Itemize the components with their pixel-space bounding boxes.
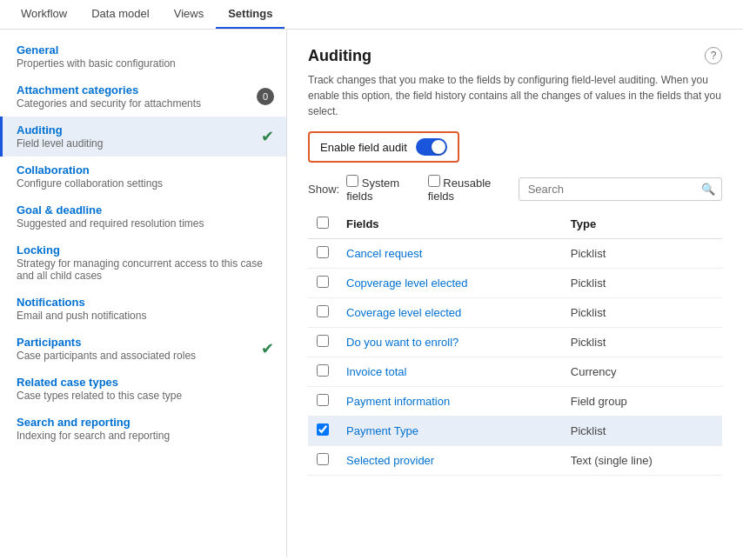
- nav-item-workflow[interactable]: Workflow: [9, 0, 79, 29]
- main-content: Auditing ? Track changes that you make t…: [287, 30, 743, 557]
- sidebar-item-search-reporting[interactable]: Search and reportingIndexing for search …: [0, 409, 286, 449]
- sidebar-item-title-search-reporting: Search and reporting: [17, 416, 272, 429]
- row-checkbox-coverage-level-elected[interactable]: [317, 305, 329, 317]
- fields-table: Fields Type Cancel requestPicklistCopver…: [308, 210, 722, 476]
- sidebar-item-title-locking: Locking: [17, 243, 272, 257]
- sidebar-item-locking[interactable]: LockingStrategy for managing concurrent …: [0, 237, 286, 289]
- row-type-payment-type: Picklist: [562, 417, 722, 446]
- table-row[interactable]: Payment TypePicklist: [308, 417, 722, 446]
- row-checkbox-do-you-want-to-enroll[interactable]: [317, 335, 329, 347]
- row-checkbox-cell-copverage-level-elected: [308, 269, 338, 298]
- table-row[interactable]: Cancel requestPicklist: [308, 239, 722, 269]
- row-type-payment-information: Field group: [562, 387, 722, 417]
- sidebar-item-subtitle-notifications: Email and push notifications: [17, 310, 272, 322]
- row-checkbox-cell-coverage-level-elected: [308, 298, 338, 328]
- select-all-checkbox[interactable]: [317, 217, 329, 229]
- sidebar-item-related-case-types[interactable]: Related case typesCase types related to …: [0, 369, 286, 409]
- row-type-cancel-request: Picklist: [562, 239, 722, 269]
- filter-search-row: Show: System fields Reusable fields 🔍: [308, 175, 722, 203]
- sidebar-item-notifications[interactable]: NotificationsEmail and push notification…: [0, 289, 286, 329]
- sidebar-item-subtitle-locking: Strategy for managing concurrent access …: [17, 257, 272, 282]
- row-checkbox-invoice-total[interactable]: [317, 364, 329, 377]
- sidebar-item-collaboration[interactable]: CollaborationConfigure collaboration set…: [0, 157, 286, 197]
- row-checkbox-cell-cancel-request: [308, 239, 338, 269]
- sidebar-item-goal-deadline[interactable]: Goal & deadlineSuggested and required re…: [0, 197, 286, 237]
- col-header-type: Type: [562, 210, 722, 239]
- sidebar-item-general[interactable]: GeneralProperties with basic configurati…: [0, 37, 286, 77]
- row-checkbox-copverage-level-elected[interactable]: [317, 276, 329, 288]
- row-type-coverage-level-elected: Picklist: [562, 298, 722, 328]
- page-description: Track changes that you make to the field…: [308, 72, 722, 119]
- row-field-payment-type: Payment Type: [338, 417, 562, 446]
- row-field-invoice-total: Invoice total: [338, 357, 562, 387]
- row-checkbox-payment-information[interactable]: [317, 394, 329, 406]
- sidebar-item-participants[interactable]: ParticipantsCase participants and associ…: [0, 329, 286, 369]
- enable-audit-toggle[interactable]: [416, 138, 447, 156]
- sidebar-item-subtitle-attachment-categories: Categories and security for attachments: [17, 97, 272, 110]
- reusable-fields-checkbox-label[interactable]: Reusable fields: [428, 175, 512, 203]
- row-checkbox-cancel-request[interactable]: [317, 246, 329, 258]
- search-container: 🔍: [519, 177, 722, 201]
- sidebar-badge-attachment-categories: 0: [257, 88, 274, 105]
- sidebar-check-auditing: ✔: [261, 127, 274, 146]
- show-label: Show:: [308, 183, 339, 196]
- sidebar-item-subtitle-auditing: Field level auditing: [17, 137, 272, 150]
- sidebar-item-title-auditing: Auditing: [17, 123, 272, 137]
- sidebar-item-subtitle-general: Properties with basic configuration: [17, 57, 272, 70]
- system-fields-checkbox[interactable]: [346, 175, 358, 187]
- row-type-do-you-want-to-enroll: Picklist: [562, 328, 722, 357]
- col-header-checkbox: [308, 210, 338, 239]
- sidebar-item-title-collaboration: Collaboration: [17, 163, 272, 177]
- row-type-selected-provider: Text (single line): [562, 446, 722, 476]
- sidebar-item-title-attachment-categories: Attachment categories: [17, 83, 272, 97]
- top-nav: WorkflowData modelViewsSettings: [0, 0, 743, 30]
- system-fields-checkbox-label[interactable]: System fields: [346, 175, 421, 203]
- sidebar-item-title-goal-deadline: Goal & deadline: [17, 203, 272, 217]
- main-header: Auditing ?: [308, 47, 722, 65]
- sidebar-item-title-related-case-types: Related case types: [17, 376, 272, 389]
- sidebar-item-subtitle-goal-deadline: Suggested and required resolution times: [17, 217, 272, 230]
- row-type-copverage-level-elected: Picklist: [562, 269, 722, 298]
- table-row[interactable]: Selected providerText (single line): [308, 446, 722, 476]
- row-checkbox-selected-provider[interactable]: [317, 453, 329, 465]
- nav-item-views[interactable]: Views: [162, 0, 216, 29]
- search-input[interactable]: [519, 177, 722, 201]
- sidebar-item-attachment-categories[interactable]: Attachment categoriesCategories and secu…: [0, 77, 286, 117]
- row-field-cancel-request: Cancel request: [338, 239, 562, 269]
- sidebar: GeneralProperties with basic configurati…: [0, 30, 287, 557]
- row-checkbox-cell-invoice-total: [308, 357, 338, 387]
- sidebar-item-title-notifications: Notifications: [17, 296, 272, 309]
- row-checkbox-cell-do-you-want-to-enroll: [308, 328, 338, 357]
- help-icon[interactable]: ?: [705, 47, 722, 64]
- row-field-coverage-level-elected: Coverage level elected: [338, 298, 562, 328]
- table-row[interactable]: Invoice totalCurrency: [308, 357, 722, 387]
- row-type-invoice-total: Currency: [562, 357, 722, 387]
- enable-audit-box: Enable field audit: [308, 131, 459, 163]
- sidebar-item-auditing[interactable]: AuditingField level auditing✔: [0, 117, 286, 157]
- search-icon: 🔍: [701, 183, 715, 196]
- toggle-thumb: [432, 140, 445, 154]
- row-checkbox-payment-type[interactable]: [317, 423, 329, 436]
- sidebar-item-title-general: General: [17, 43, 272, 57]
- enable-audit-label: Enable field audit: [320, 141, 407, 154]
- row-checkbox-cell-payment-type: [308, 417, 338, 446]
- row-checkbox-cell-payment-information: [308, 387, 338, 417]
- row-checkbox-cell-selected-provider: [308, 446, 338, 476]
- sidebar-item-subtitle-collaboration: Configure collaboration settings: [17, 177, 272, 190]
- reusable-fields-checkbox[interactable]: [428, 175, 440, 187]
- row-field-payment-information: Payment information: [338, 387, 562, 417]
- nav-item-data-model[interactable]: Data model: [79, 0, 161, 29]
- table-row[interactable]: Do you want to enroll?Picklist: [308, 328, 722, 357]
- row-field-copverage-level-elected: Copverage level elected: [338, 269, 562, 298]
- sidebar-item-subtitle-related-case-types: Case types related to this case type: [17, 390, 272, 402]
- sidebar-item-subtitle-participants: Case participants and associated roles: [17, 350, 272, 362]
- nav-item-settings[interactable]: Settings: [216, 0, 284, 29]
- table-row[interactable]: Payment informationField group: [308, 387, 722, 417]
- table-row[interactable]: Coverage level electedPicklist: [308, 298, 722, 328]
- sidebar-check-participants: ✔: [261, 339, 274, 358]
- col-header-fields: Fields: [338, 210, 562, 239]
- row-field-selected-provider: Selected provider: [338, 446, 562, 476]
- table-row[interactable]: Copverage level electedPicklist: [308, 269, 722, 298]
- row-field-do-you-want-to-enroll: Do you want to enroll?: [338, 328, 562, 357]
- sidebar-item-title-participants: Participants: [17, 336, 272, 349]
